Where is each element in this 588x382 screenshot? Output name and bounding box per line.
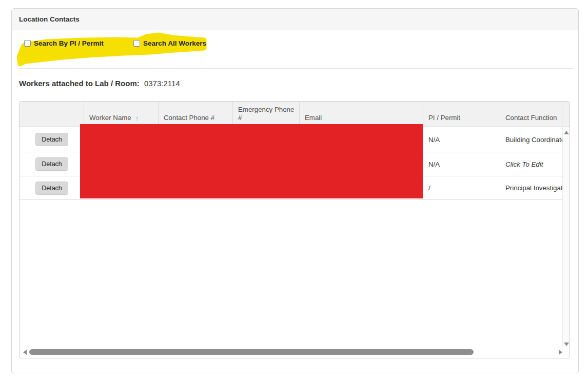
vertical-scrollbar[interactable]: [562, 127, 570, 348]
column-header-actions: [19, 102, 84, 127]
workers-section-heading: Workers attached to Lab / Room: 0373:211…: [19, 79, 180, 88]
search-all-workers-label: Search All Workers: [143, 39, 206, 47]
worker-name-header-label: Worker Name: [89, 114, 131, 123]
workers-grid: Worker Name ↑ Contact Phone # Emergency …: [19, 101, 570, 358]
horizontal-scrollbar-thumb[interactable]: [29, 349, 474, 355]
search-by-pi-permit-checkbox[interactable]: [24, 40, 31, 47]
panel-header: Location Contacts: [12, 9, 578, 30]
search-all-workers-option: Search All Workers: [133, 39, 206, 47]
contact-function-cell[interactable]: Building Coordinator: [500, 127, 562, 152]
actions-cell: Detach: [19, 152, 84, 176]
detach-button[interactable]: Detach: [35, 157, 68, 171]
scroll-up-icon[interactable]: [564, 131, 569, 134]
sort-ascending-icon[interactable]: ↑: [135, 114, 139, 123]
actions-cell: Detach: [19, 127, 84, 152]
scroll-down-icon[interactable]: [564, 343, 569, 346]
column-header-email[interactable]: Email: [300, 102, 423, 127]
pi-permit-cell: N/A: [423, 152, 500, 176]
actions-cell: Detach: [19, 176, 84, 199]
scroll-right-icon[interactable]: [559, 350, 562, 355]
lab-room-value: 0373:2114: [144, 79, 180, 88]
panel-title: Location Contacts: [19, 15, 80, 23]
column-header-contact-phone[interactable]: Contact Phone #: [159, 102, 233, 127]
pi-permit-cell: /: [423, 176, 500, 199]
search-by-pi-permit-option: Search By PI / Permit: [24, 39, 104, 47]
detach-button[interactable]: Detach: [35, 182, 68, 195]
column-header-pi-permit[interactable]: PI / Permit: [423, 102, 500, 127]
search-by-pi-permit-label: Search By PI / Permit: [34, 39, 104, 47]
section-divider: [19, 68, 573, 69]
detach-button[interactable]: Detach: [35, 133, 68, 146]
scroll-left-icon[interactable]: [23, 350, 27, 355]
column-header-emergency-phone[interactable]: Emergency Phone #: [233, 102, 300, 127]
contact-function-cell[interactable]: Principal Investigator: [500, 176, 562, 199]
redaction-block: [80, 124, 423, 198]
horizontal-scrollbar[interactable]: [19, 347, 570, 358]
search-all-workers-checkbox[interactable]: [133, 40, 140, 47]
heading-label: Workers attached to Lab / Room:: [19, 79, 140, 88]
column-header-worker-name[interactable]: Worker Name ↑: [84, 102, 159, 127]
location-contacts-panel: Location Contacts Search By PI / Permit …: [11, 8, 579, 373]
column-header-contact-function[interactable]: Contact Function: [500, 102, 562, 127]
pi-permit-cell: N/A: [423, 127, 500, 152]
contact-function-cell[interactable]: Click To Edit: [500, 152, 562, 176]
grid-header-row: Worker Name ↑ Contact Phone # Emergency …: [19, 102, 570, 127]
yellow-highlighter-mark: [17, 31, 218, 72]
